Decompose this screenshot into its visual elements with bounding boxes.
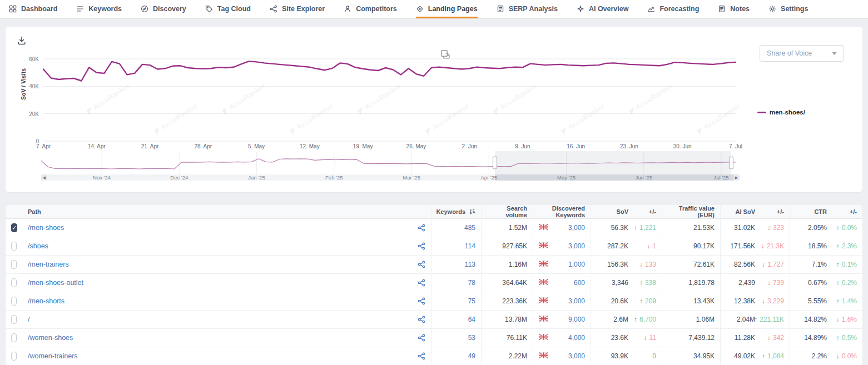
discovered-keywords-cell: 1,000 bbox=[533, 256, 591, 274]
ctr-change-cell: ↑0.1% bbox=[832, 256, 862, 274]
discovered-count-link[interactable]: 3,000 bbox=[568, 352, 585, 360]
path-link[interactable]: /men-shoes-outlet bbox=[28, 279, 83, 287]
sitemap-icon[interactable] bbox=[418, 334, 425, 342]
nav-item-label: Dashboard bbox=[21, 5, 57, 13]
nav-item-site-explorer[interactable]: Site Explorer bbox=[270, 0, 325, 18]
keywords-count-link[interactable]: 114 bbox=[465, 242, 475, 250]
checkbox-cell bbox=[6, 292, 22, 311]
sitemap-icon[interactable] bbox=[418, 242, 425, 250]
row-checkbox[interactable] bbox=[11, 278, 17, 287]
sitemap-icon[interactable] bbox=[418, 297, 425, 305]
col-search-volume[interactable]: Search volume bbox=[481, 205, 533, 219]
path-cell: /men-shoes bbox=[22, 219, 431, 237]
path-link[interactable]: /women-trainers bbox=[28, 352, 78, 360]
nav-item-forecasting[interactable]: Forecasting bbox=[647, 0, 699, 18]
keywords-count-link[interactable]: 485 bbox=[464, 224, 475, 232]
search-volume-cell: 2.22M bbox=[481, 347, 533, 365]
keywords-count-link[interactable]: 53 bbox=[468, 334, 475, 342]
sitemap-icon[interactable] bbox=[418, 224, 425, 232]
row-checkbox[interactable] bbox=[11, 297, 17, 306]
traffic-value-cell: 21.53K bbox=[662, 219, 720, 237]
nav-item-notes[interactable]: Notes bbox=[718, 0, 750, 18]
keywords-count-link[interactable]: 78 bbox=[468, 279, 475, 287]
sov-cell: 20.6K bbox=[591, 292, 634, 311]
sitemap-icon[interactable] bbox=[418, 352, 425, 360]
discovered-count-link[interactable]: 1,000 bbox=[568, 261, 585, 268]
path-link[interactable]: /men-shorts bbox=[28, 297, 65, 305]
col-ctr[interactable]: CTR bbox=[790, 205, 832, 219]
ctr-cell: 0.67% bbox=[790, 274, 832, 292]
table-row-men-shorts: /men-shorts 75 223.36K bbox=[6, 292, 862, 311]
dashboard-icon bbox=[9, 5, 17, 13]
checkbox-cell bbox=[6, 329, 22, 347]
row-checkbox[interactable] bbox=[11, 315, 17, 324]
checkbox-cell bbox=[6, 237, 22, 256]
nav-item-tag-cloud[interactable]: Tag Cloud bbox=[205, 0, 251, 18]
timeline-scrollbar-thumb[interactable] bbox=[495, 174, 737, 181]
keywords-cell: 113 bbox=[431, 256, 481, 274]
ctr-change-cell: ↑1.4% bbox=[832, 292, 862, 311]
sitemap-icon[interactable] bbox=[418, 316, 425, 323]
col-ai-sov-change[interactable]: +/- bbox=[761, 205, 790, 219]
sort-desc-icon bbox=[469, 208, 475, 215]
nav-item-settings[interactable]: Settings bbox=[768, 0, 808, 18]
x-tick-label: 5. May bbox=[248, 143, 265, 149]
sitemap-icon[interactable] bbox=[418, 261, 425, 268]
nav-item-landing-pages[interactable]: Landing Pages bbox=[416, 0, 478, 18]
nav-item-competitors[interactable]: Competitors bbox=[344, 0, 397, 18]
keywords-count-link[interactable]: 113 bbox=[465, 261, 475, 268]
scroll-left-arrow[interactable]: ◀ bbox=[41, 174, 47, 181]
sov-change-cell: ↑6,700 bbox=[634, 311, 662, 329]
col-keywords[interactable]: Keywords bbox=[431, 205, 481, 219]
discovered-keywords-cell: 9,000 bbox=[533, 311, 591, 329]
ai-sov-change-cell: ↓739 bbox=[761, 274, 790, 292]
nav-item-dashboard[interactable]: Dashboard bbox=[9, 0, 57, 18]
col-discovered-keywords[interactable]: Discovered Keywords bbox=[533, 205, 591, 219]
nav-item-keywords[interactable]: Keywords bbox=[76, 0, 122, 18]
row-checkbox[interactable] bbox=[11, 352, 17, 361]
path-link[interactable]: /men-shoes bbox=[28, 224, 64, 232]
sov-cell: 93.9K bbox=[591, 347, 634, 365]
keywords-count-link[interactable]: 49 bbox=[468, 352, 475, 360]
row-checkbox[interactable] bbox=[11, 242, 17, 251]
col-ai-sov[interactable]: AI SoV bbox=[720, 205, 761, 219]
discovered-count-link[interactable]: 600 bbox=[574, 279, 585, 287]
col-sov[interactable]: SoV bbox=[591, 205, 634, 219]
path-link[interactable]: /men-trainers bbox=[28, 261, 69, 268]
nav-item-ai-overview[interactable]: AI Overview bbox=[577, 0, 629, 18]
nav-item-label: Competitors bbox=[356, 5, 397, 13]
col-traffic-value[interactable]: Traffic value (EUR) bbox=[662, 205, 720, 219]
discovered-count-link[interactable]: 3,000 bbox=[568, 242, 585, 250]
navigator-month-label: Feb '25 bbox=[325, 174, 343, 181]
table-row-shoes: /shoes 114 927.65K bbox=[6, 237, 862, 256]
row-checkbox[interactable]: ✓ bbox=[11, 223, 17, 232]
nav-item-serp-analysis[interactable]: SERP Analysis bbox=[497, 0, 558, 18]
discovered-count-link[interactable]: 4,000 bbox=[568, 334, 585, 342]
col-ctr-change[interactable]: +/- bbox=[832, 205, 862, 219]
sitemap-icon[interactable] bbox=[418, 279, 425, 287]
row-checkbox[interactable] bbox=[11, 333, 17, 342]
col-path: Path bbox=[22, 205, 431, 219]
scroll-right-arrow[interactable]: ▶ bbox=[733, 174, 740, 181]
col-sov-change[interactable]: +/- bbox=[634, 205, 662, 219]
discovered-count-link[interactable]: 3,000 bbox=[568, 224, 585, 232]
row-checkbox[interactable] bbox=[11, 260, 17, 269]
ctr-cell: 14.82% bbox=[790, 311, 832, 329]
range-handle-left[interactable] bbox=[493, 157, 497, 169]
discovered-count-link[interactable]: 3,000 bbox=[568, 297, 585, 305]
discovered-keywords-cell: 3,000 bbox=[533, 292, 591, 311]
keywords-count-link[interactable]: 75 bbox=[468, 297, 475, 305]
nav-item-discovery[interactable]: Discovery bbox=[141, 0, 186, 18]
nav-item-label: Site Explorer bbox=[282, 5, 325, 13]
path-link[interactable]: / bbox=[28, 316, 29, 323]
forecasting-icon bbox=[647, 5, 655, 13]
path-link[interactable]: /women-shoes bbox=[28, 334, 73, 342]
traffic-value-cell: 72.61K bbox=[662, 256, 720, 274]
discovered-count-link[interactable]: 9,000 bbox=[568, 316, 585, 323]
path-cell: /men-shoes-outlet bbox=[22, 274, 431, 292]
discovered-keywords-cell: 3,000 bbox=[533, 219, 591, 237]
keywords-count-link[interactable]: 64 bbox=[468, 316, 475, 323]
range-handle-right[interactable] bbox=[730, 157, 733, 169]
nav-item-label: SERP Analysis bbox=[509, 5, 558, 13]
path-link[interactable]: /shoes bbox=[28, 242, 48, 250]
